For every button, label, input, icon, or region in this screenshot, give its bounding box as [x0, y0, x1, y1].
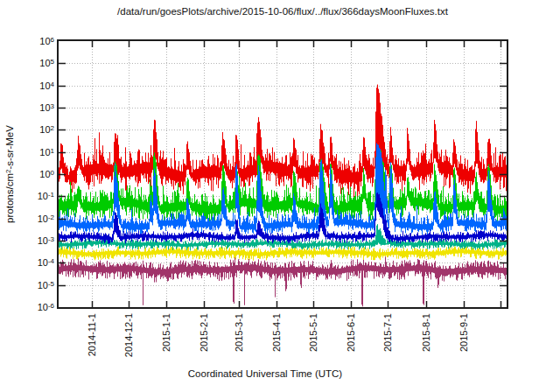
y-tick-label: 101	[0, 145, 54, 158]
x-tick-label: 2015-2-1	[199, 313, 209, 352]
x-tick-label: 2015-7-1	[382, 313, 393, 352]
x-tick-label: 2015-5-1	[308, 313, 318, 352]
x-tick-label: 2015-4-1	[271, 313, 282, 352]
x-tick-label: 2014-12-1	[123, 313, 134, 357]
y-tick-label: 10-1	[0, 189, 54, 201]
y-tick-label: 103	[0, 101, 54, 113]
y-tick-label: 106	[0, 34, 54, 46]
plot-area-canvas	[59, 41, 507, 307]
x-tick-label: 2015-1-1	[161, 313, 172, 352]
y-tick-label: 10-6	[0, 300, 54, 312]
y-tick-label: 105	[0, 56, 54, 68]
y-tick-label: 10-5	[0, 278, 54, 290]
y-tick-label: 102	[0, 122, 54, 135]
y-tick-label: 10-4	[0, 256, 54, 268]
plot-title: /data/run/goesPlots/archive/2015-10-06/f…	[59, 6, 507, 17]
x-tick-label: 2014-11-1	[87, 313, 97, 356]
y-tick-label: 104	[0, 79, 54, 91]
y-tick-label: 100	[0, 167, 54, 179]
x-tick-label: 2015-8-1	[421, 313, 431, 352]
y-tick-label: 10-2	[0, 212, 54, 224]
goes-flux-plot-figure: /data/run/goesPlots/archive/2015-10-06/f…	[0, 0, 560, 392]
x-axis-label: Coordinated Universal Time (UTC)	[41, 368, 489, 379]
x-tick-label: 2015-3-1	[234, 313, 244, 352]
x-tick-label: 2015-9-1	[458, 313, 469, 352]
x-tick-label: 2015-6-1	[346, 313, 356, 352]
y-tick-label: 10-3	[0, 234, 54, 246]
